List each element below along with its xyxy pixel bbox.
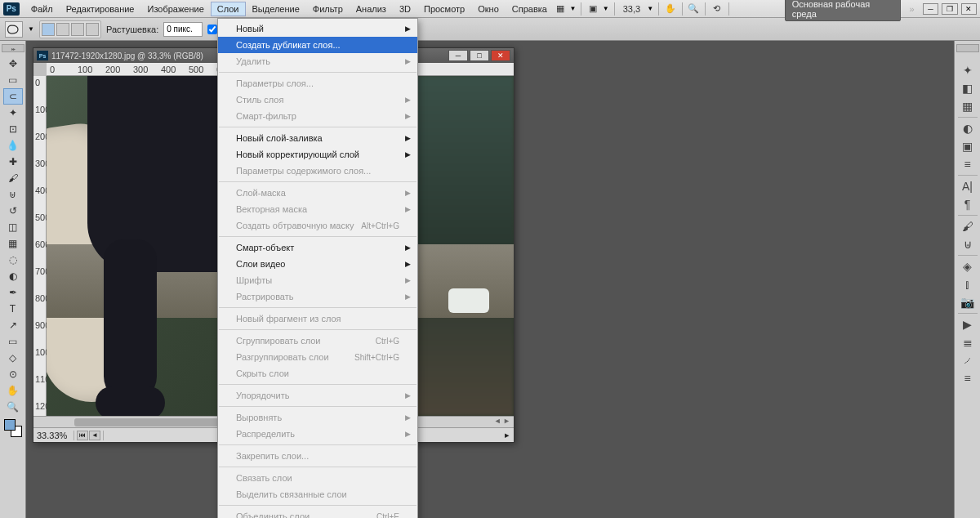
menu-справка[interactable]: Справка [506, 2, 554, 16]
panel-layers2-icon[interactable]: ≡ [958, 369, 978, 387]
tool-heal[interactable]: ✚ [3, 154, 23, 170]
zoom-tool-icon[interactable]: 🔍 [688, 2, 701, 16]
menu-item[interactable]: Слои видео▶ [218, 256, 417, 272]
menu-изображение[interactable]: Изображение [140, 2, 210, 16]
menu-item[interactable]: Новый корректирующий слой▶ [218, 146, 417, 163]
selection-add[interactable] [56, 23, 69, 36]
tool-blur[interactable]: ◌ [3, 252, 23, 268]
shortcut-label: Ctrl+E [376, 512, 399, 519]
tool-pen[interactable]: ✒ [3, 284, 23, 301]
screen-mode-icon[interactable]: ▣ [586, 2, 599, 16]
panel-channels-icon[interactable]: ≣ [958, 333, 978, 351]
color-swatch[interactable] [4, 419, 22, 437]
status-menu-icon[interactable]: ▸ [501, 430, 514, 440]
tool-shape[interactable]: ▭ [3, 333, 23, 350]
menu-просмотр[interactable]: Просмотр [417, 2, 471, 16]
expand-icon[interactable]: » [909, 4, 914, 14]
submenu-arrow-icon: ▶ [405, 292, 411, 301]
menu-выделение[interactable]: Выделение [246, 2, 306, 16]
menu-item: Разгруппировать слоиShift+Ctrl+G [218, 349, 417, 365]
tool-type[interactable]: T [3, 301, 23, 317]
menu-3d[interactable]: 3D [393, 2, 417, 16]
tool-wand[interactable]: ✦ [3, 105, 23, 121]
tool-dodge[interactable]: ◐ [3, 268, 23, 284]
toolbox-collapse[interactable] [2, 44, 24, 52]
feather-input[interactable] [163, 22, 203, 37]
panel-color-icon[interactable]: ◧ [958, 79, 978, 97]
doc-close-button[interactable]: ✕ [491, 50, 510, 61]
selection-intersect[interactable] [86, 23, 99, 36]
nav-first-icon[interactable]: ⏮ [77, 431, 88, 440]
panel-adjust-icon[interactable]: ◐ [958, 119, 978, 137]
right-panel-dock: ✦◧▦◐▣≡A|¶🖌⊎◈⫿📷▶≣⟋≡ [954, 41, 980, 518]
tool-eraser[interactable]: ◫ [3, 219, 23, 235]
tool-zoom[interactable]: 🔍 [3, 399, 23, 415]
menu-редактирование[interactable]: Редактирование [60, 2, 141, 16]
menu-фильтр[interactable]: Фильтр [306, 2, 350, 16]
current-tool-preset[interactable] [5, 21, 23, 38]
submenu-arrow-icon: ▶ [405, 260, 411, 268]
tool-gradient[interactable]: ▦ [3, 235, 23, 252]
panel-clone-icon[interactable]: ⊎ [958, 235, 978, 253]
minimize-button[interactable]: ─ [923, 3, 938, 15]
maximize-button[interactable]: ❐ [942, 3, 957, 15]
panel-swatches-icon[interactable]: ▦ [958, 97, 978, 115]
dropdown-arrow-icon[interactable]: ▼ [647, 5, 653, 12]
checkbox-icon[interactable] [207, 25, 217, 34]
tool-brush[interactable]: 🖌 [3, 170, 23, 186]
tool-eyedropper[interactable]: 💧 [3, 137, 23, 154]
dropdown-arrow-icon[interactable]: ▼ [28, 25, 34, 33]
panel-character-icon[interactable]: A| [958, 177, 978, 195]
menu-слои[interactable]: Слои [211, 2, 246, 16]
panel-paragraph-icon[interactable]: ¶ [958, 195, 978, 213]
panel-sparkle-icon[interactable]: ✦ [958, 61, 978, 79]
submenu-arrow-icon: ▶ [405, 96, 411, 104]
tool-path[interactable]: ↗ [3, 317, 23, 333]
status-zoom[interactable]: 33.33% [33, 431, 74, 440]
menu-анализ[interactable]: Анализ [350, 2, 393, 16]
panel-paths-icon[interactable]: ⟋ [958, 351, 978, 369]
doc-minimize-button[interactable]: ─ [448, 50, 468, 61]
zoom-display[interactable]: 33,3 [620, 4, 644, 14]
dropdown-arrow-icon[interactable]: ▼ [569, 5, 576, 12]
doc-maximize-button[interactable]: □ [470, 50, 489, 61]
selection-new[interactable] [42, 23, 55, 36]
arrange-docs-icon[interactable]: ▦ [554, 2, 567, 16]
shortcut-label: Ctrl+G [376, 337, 399, 346]
dock-collapse[interactable] [956, 44, 979, 52]
menu-item[interactable]: Смарт-объект▶ [218, 239, 417, 256]
menu-item[interactable]: Новый▶ [218, 20, 417, 37]
panel-layers-icon[interactable]: ≡ [958, 155, 978, 173]
panel-camera-icon[interactable]: 📷 [958, 293, 978, 311]
tool-move[interactable]: ✥ [3, 56, 23, 72]
panel-actions-icon[interactable]: ▶ [958, 315, 978, 333]
app-logo: Ps [3, 2, 20, 16]
dropdown-arrow-icon[interactable]: ▼ [603, 5, 609, 12]
panel-nav-icon[interactable]: ◈ [958, 257, 978, 275]
tool-3dcam[interactable]: ⊙ [3, 366, 23, 382]
menu-файл[interactable]: Файл [24, 2, 60, 16]
menu-item: Объединить слоиCtrl+E [218, 508, 417, 518]
panel-histogram-icon[interactable]: ⫿ [958, 275, 978, 293]
tool-marquee[interactable]: ▭ [3, 72, 23, 88]
ruler-vertical[interactable]: 0100200300400500600700800900100011001200 [33, 76, 47, 416]
tool-lasso[interactable]: ⊂ [3, 88, 23, 105]
foreground-color[interactable] [4, 419, 16, 431]
tool-stamp[interactable]: ⊎ [3, 186, 23, 203]
panel-brush2-icon[interactable]: 🖌 [958, 217, 978, 235]
hand-tool-icon[interactable]: ✋ [664, 2, 677, 16]
tool-history[interactable]: ↺ [3, 203, 23, 219]
workspace-switcher[interactable]: Основная рабочая среда [785, 0, 902, 21]
menu-item: Создать обтравочную маскуAlt+Ctrl+G [218, 217, 417, 234]
panel-mask-icon[interactable]: ▣ [958, 137, 978, 155]
close-button[interactable]: ✕ [961, 3, 977, 15]
menu-item[interactable]: Новый слой-заливка▶ [218, 130, 417, 146]
nav-prev-icon[interactable]: ◄ [89, 431, 100, 440]
menu-item[interactable]: Создать дубликат слоя... [218, 37, 417, 53]
selection-subtract[interactable] [71, 23, 84, 36]
tool-3d[interactable]: ◇ [3, 350, 23, 366]
tool-crop[interactable]: ⊡ [3, 121, 23, 137]
tool-hand[interactable]: ✋ [3, 382, 23, 399]
rotate-view-icon[interactable]: ⟲ [710, 2, 724, 16]
menu-окно[interactable]: Окно [471, 2, 506, 16]
